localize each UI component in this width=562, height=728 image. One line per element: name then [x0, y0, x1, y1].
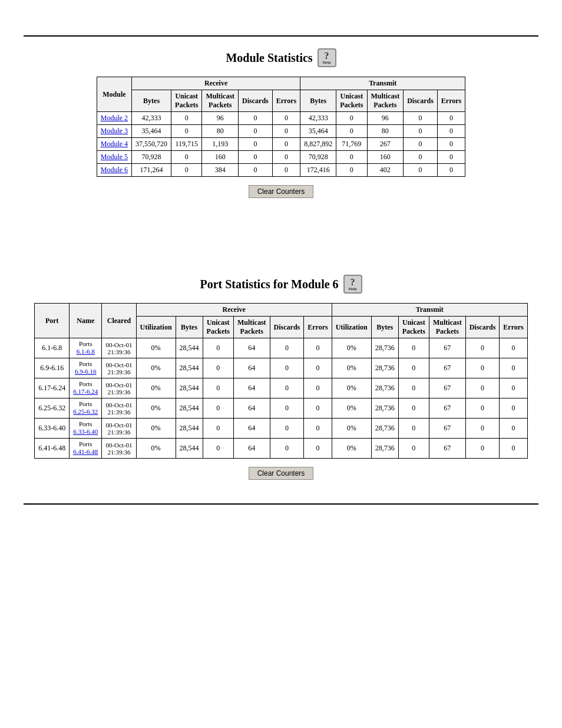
rx-util-cell: 0% — [136, 439, 176, 459]
rx-errors-cell: 0 — [304, 358, 332, 378]
tx-discards-cell: 0 — [465, 398, 500, 419]
port-cell: 6.33-6.40 — [35, 419, 70, 439]
cleared-cell: 00-Oct-0121:39:36 — [102, 419, 136, 439]
port-name-link[interactable]: 6.17-6.24 — [73, 388, 98, 395]
port-receive-group-header: Receive — [136, 304, 332, 317]
tx-errors-cell: 0 — [437, 164, 465, 177]
port-col-cleared: Cleared — [102, 304, 136, 338]
rx-multicast-cell: 384 — [202, 164, 239, 177]
cleared-cell: 00-Oct-0121:39:36 — [102, 398, 136, 419]
port-name-cell[interactable]: Ports 6.41-6.48 — [70, 439, 102, 459]
rx-unicast-cell: 0 — [203, 358, 233, 378]
port-table-row: 6.9-6.16 Ports 6.9-6.16 00-Oct-0121:39:3… — [35, 358, 528, 378]
rx-util-cell: 0% — [136, 419, 176, 439]
module-link[interactable]: Module 4 — [101, 140, 128, 148]
port-name-cell[interactable]: Ports 6.25-6.32 — [70, 398, 102, 419]
rx-discards-cell: 0 — [270, 358, 304, 378]
port-name-link[interactable]: 6.25-6.32 — [73, 408, 98, 415]
port-name-label: Ports — [73, 380, 98, 387]
rx-util-cell: 0% — [136, 378, 176, 398]
port-col-rx-util: Utilization — [136, 317, 176, 338]
port-name-cell[interactable]: Ports 6.9-6.16 — [70, 358, 102, 378]
rx-multicast-cell: 64 — [233, 338, 270, 358]
tx-bytes-cell: 70,928 — [300, 151, 336, 164]
module-link-cell[interactable]: Module 4 — [97, 138, 131, 151]
rx-unicast-cell: 0 — [203, 419, 233, 439]
port-stats-table: Port Name Cleared Receive Transmit Utili… — [34, 303, 528, 459]
module-link[interactable]: Module 5 — [101, 153, 128, 161]
port-col-tx-unicast: UnicastPackets — [398, 317, 429, 338]
tx-unicast-cell: 0 — [398, 358, 429, 378]
rx-errors-cell: 0 — [272, 138, 300, 151]
port-stats-title: Port Statistics for Module 6 ? Help — [24, 275, 538, 294]
port-col-tx-bytes: Bytes — [371, 317, 398, 338]
port-name-cell[interactable]: Ports 6.33-6.40 — [70, 419, 102, 439]
module-link[interactable]: Module 6 — [101, 166, 128, 174]
module-link-cell[interactable]: Module 6 — [97, 164, 131, 177]
cleared-cell: 00-Oct-0121:39:36 — [102, 378, 136, 398]
rx-util-cell: 0% — [136, 358, 176, 378]
tx-errors-cell: 0 — [437, 125, 465, 138]
tx-bytes-cell: 42,333 — [300, 112, 336, 125]
port-name-link[interactable]: 6.1-6.8 — [77, 348, 95, 355]
tx-unicast-cell: 0 — [398, 419, 429, 439]
rx-unicast-cell: 0 — [171, 112, 202, 125]
col-rx-discards: Discards — [239, 90, 273, 112]
rx-discards-cell: 0 — [239, 151, 273, 164]
tx-unicast-cell: 71,769 — [336, 138, 367, 151]
module-link-cell[interactable]: Module 3 — [97, 125, 131, 138]
rx-multicast-cell: 64 — [233, 439, 270, 459]
module-link[interactable]: Module 3 — [101, 127, 128, 135]
col-tx-discards: Discards — [404, 90, 438, 112]
port-col-tx-discards: Discards — [465, 317, 500, 338]
port-name-cell[interactable]: Ports 6.17-6.24 — [70, 378, 102, 398]
tx-unicast-cell: 0 — [336, 164, 367, 177]
rx-unicast-cell: 119,715 — [171, 138, 202, 151]
bottom-rule — [24, 503, 538, 505]
port-stats-section: Port Statistics for Module 6 ? Help Port… — [0, 263, 562, 498]
rx-bytes-cell: 28,544 — [176, 378, 203, 398]
rx-bytes-cell: 42,333 — [132, 112, 171, 125]
col-rx-errors: Errors — [272, 90, 300, 112]
port-cell: 6.25-6.32 — [35, 398, 70, 419]
tx-discards-cell: 0 — [404, 112, 438, 125]
module-link[interactable]: Module 2 — [101, 114, 128, 122]
module-clear-btn-row: Clear Counters — [24, 185, 538, 198]
rx-bytes-cell: 35,464 — [132, 125, 171, 138]
tx-unicast-cell: 0 — [336, 151, 367, 164]
rx-unicast-cell: 0 — [203, 398, 233, 419]
module-stats-title: Module Statistics ? Help — [24, 48, 538, 67]
tx-unicast-cell: 0 — [398, 378, 429, 398]
port-name-link[interactable]: 6.33-6.40 — [73, 428, 98, 435]
module-link-cell[interactable]: Module 2 — [97, 112, 131, 125]
rx-unicast-cell: 0 — [203, 439, 233, 459]
rx-multicast-cell: 1,193 — [202, 138, 239, 151]
module-link-cell[interactable]: Module 5 — [97, 151, 131, 164]
port-name-link[interactable]: 6.9-6.16 — [75, 368, 97, 375]
receive-group-header: Receive — [132, 77, 300, 90]
module-clear-counters-button[interactable]: Clear Counters — [249, 185, 314, 198]
module-table-row: Module 4 37,550,720 119,715 1,193 0 0 8,… — [97, 138, 465, 151]
tx-multicast-cell: 80 — [367, 125, 404, 138]
port-table-row: 6.41-6.48 Ports 6.41-6.48 00-Oct-0121:39… — [35, 439, 528, 459]
tx-errors-cell: 0 — [500, 338, 527, 358]
port-clear-counters-button[interactable]: Clear Counters — [249, 467, 314, 480]
rx-errors-cell: 0 — [272, 151, 300, 164]
port-name-link[interactable]: 6.41-6.48 — [73, 448, 98, 455]
port-col-rx-discards: Discards — [270, 317, 304, 338]
rx-bytes-cell: 28,544 — [176, 439, 203, 459]
tx-bytes-cell: 28,736 — [371, 358, 398, 378]
port-name-cell[interactable]: Ports 6.1-6.8 — [70, 338, 102, 358]
module-stats-help-icon[interactable]: ? Help — [318, 48, 336, 67]
rx-errors-cell: 0 — [272, 164, 300, 177]
tx-multicast-cell: 160 — [367, 151, 404, 164]
port-col-rx-bytes: Bytes — [176, 317, 203, 338]
port-stats-help-icon[interactable]: ? Help — [343, 275, 362, 294]
port-col-rx-multicast: MulticastPackets — [233, 317, 270, 338]
tx-bytes-cell: 28,736 — [371, 378, 398, 398]
port-table-row: 6.33-6.40 Ports 6.33-6.40 00-Oct-0121:39… — [35, 419, 528, 439]
port-transmit-group-header: Transmit — [332, 304, 527, 317]
tx-util-cell: 0% — [332, 419, 371, 439]
tx-errors-cell: 0 — [500, 378, 527, 398]
port-clear-btn-row: Clear Counters — [24, 467, 538, 480]
